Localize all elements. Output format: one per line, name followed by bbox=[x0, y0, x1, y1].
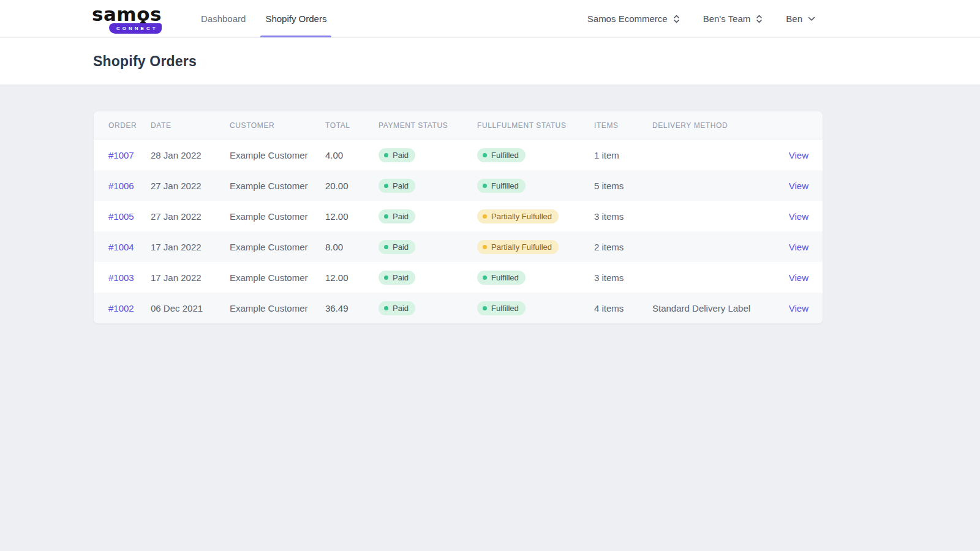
order-date: 27 Jan 2022 bbox=[151, 201, 230, 231]
content-area: ORDER DATE CUSTOMER TOTAL PAYMENT STATUS… bbox=[0, 85, 980, 324]
fulfillment-status-label: Partially Fulfulled bbox=[491, 212, 552, 221]
payment-status-badge: Paid bbox=[379, 209, 415, 223]
nav-tab-dashboard-label: Dashboard bbox=[201, 13, 246, 24]
table-row: #1007 28 Jan 2022 Example Customer 4.00 … bbox=[94, 140, 823, 170]
store-selector-value: Samos Ecommerce bbox=[587, 13, 668, 24]
fulfillment-status-badge: Fulfilled bbox=[477, 271, 526, 285]
navbar-spacer bbox=[336, 0, 587, 37]
nav-tab-shopify-orders-label: Shopify Orders bbox=[265, 13, 326, 24]
payment-status-label: Paid bbox=[393, 181, 409, 190]
fulfillment-status-badge: Partially Fulfulled bbox=[477, 209, 559, 223]
payment-status-badge: Paid bbox=[379, 179, 415, 193]
user-menu-label: Ben bbox=[786, 13, 802, 24]
items-count: 2 items bbox=[594, 231, 652, 262]
order-total: 36.49 bbox=[325, 293, 379, 323]
status-dot-icon bbox=[384, 245, 388, 249]
nav-tab-dashboard[interactable]: Dashboard bbox=[191, 0, 255, 37]
table-header-row: ORDER DATE CUSTOMER TOTAL PAYMENT STATUS… bbox=[94, 111, 823, 140]
table-row: #1003 17 Jan 2022 Example Customer 12.00… bbox=[94, 262, 823, 293]
status-dot-icon bbox=[384, 276, 388, 280]
fulfillment-status-badge: Fulfilled bbox=[477, 148, 526, 162]
order-number-link[interactable]: #1002 bbox=[108, 303, 134, 313]
status-dot-icon bbox=[483, 276, 487, 280]
payment-status-label: Paid bbox=[393, 273, 409, 282]
order-date: 17 Jan 2022 bbox=[151, 262, 230, 293]
status-dot-icon bbox=[483, 153, 487, 157]
table-row: #1004 17 Jan 2022 Example Customer 8.00 … bbox=[94, 231, 823, 262]
table-row: #1002 06 Dec 2021 Example Customer 36.49… bbox=[94, 293, 823, 323]
view-order-link[interactable]: View bbox=[789, 181, 809, 191]
view-order-link[interactable]: View bbox=[789, 150, 809, 160]
status-dot-icon bbox=[483, 245, 487, 249]
column-header-delivery-method: DELIVERY METHOD bbox=[652, 111, 775, 140]
account-controls: Samos Ecommerce Ben's Team Ben bbox=[587, 0, 815, 37]
store-selector[interactable]: Samos Ecommerce bbox=[587, 13, 680, 24]
orders-card: ORDER DATE CUSTOMER TOTAL PAYMENT STATUS… bbox=[93, 111, 823, 324]
column-header-actions bbox=[775, 111, 823, 140]
chevron-updown-icon bbox=[756, 14, 763, 24]
nav-tab-shopify-orders[interactable]: Shopify Orders bbox=[255, 0, 336, 37]
order-number-link[interactable]: #1007 bbox=[108, 150, 134, 160]
order-total: 12.00 bbox=[325, 262, 379, 293]
column-header-total: TOTAL bbox=[325, 111, 379, 140]
status-dot-icon bbox=[483, 214, 487, 219]
payment-status-label: Paid bbox=[393, 242, 409, 252]
order-date: 28 Jan 2022 bbox=[151, 140, 230, 170]
payment-status-label: Paid bbox=[393, 151, 409, 160]
brand-badge: CONNECT bbox=[109, 23, 162, 34]
view-order-link[interactable]: View bbox=[789, 272, 809, 283]
fulfillment-status-label: Fulfilled bbox=[491, 181, 519, 190]
items-count: 4 items bbox=[594, 293, 652, 323]
brand-logo[interactable]: samos CONNECT bbox=[92, 5, 164, 37]
order-number-link[interactable]: #1003 bbox=[108, 272, 134, 283]
status-dot-icon bbox=[384, 184, 388, 188]
main-nav: Dashboard Shopify Orders bbox=[191, 0, 336, 37]
delivery-method bbox=[652, 170, 775, 201]
payment-status-badge: Paid bbox=[379, 301, 415, 315]
payment-status-badge: Paid bbox=[379, 148, 415, 162]
delivery-method bbox=[652, 231, 775, 262]
payment-status-label: Paid bbox=[393, 212, 409, 221]
order-number-link[interactable]: #1006 bbox=[108, 181, 134, 191]
team-selector-value: Ben's Team bbox=[703, 13, 751, 24]
customer-name: Example Customer bbox=[230, 231, 325, 262]
column-header-payment-status: PAYMENT STATUS bbox=[379, 111, 477, 140]
chevron-down-icon bbox=[808, 17, 815, 21]
status-dot-icon bbox=[483, 184, 487, 188]
order-total: 12.00 bbox=[325, 201, 379, 231]
items-count: 5 items bbox=[594, 170, 652, 201]
view-order-link[interactable]: View bbox=[789, 242, 809, 252]
order-date: 06 Dec 2021 bbox=[151, 293, 230, 323]
page-title: Shopify Orders bbox=[93, 53, 197, 70]
top-navbar: samos CONNECT Dashboard Shopify Orders S… bbox=[0, 0, 980, 38]
order-total: 4.00 bbox=[325, 140, 379, 170]
view-order-link[interactable]: View bbox=[789, 303, 809, 313]
customer-name: Example Customer bbox=[230, 262, 325, 293]
view-order-link[interactable]: View bbox=[789, 211, 809, 222]
fulfillment-status-badge: Fulfilled bbox=[477, 301, 526, 315]
fulfillment-status-label: Fulfilled bbox=[491, 273, 519, 282]
user-menu[interactable]: Ben bbox=[786, 13, 815, 24]
order-date: 17 Jan 2022 bbox=[151, 231, 230, 262]
delivery-method bbox=[652, 262, 775, 293]
team-selector[interactable]: Ben's Team bbox=[703, 13, 763, 24]
customer-name: Example Customer bbox=[230, 170, 325, 201]
column-header-items: ITEMS bbox=[594, 111, 652, 140]
order-total: 8.00 bbox=[325, 231, 379, 262]
delivery-method: Standard Delivery Label bbox=[652, 293, 775, 323]
chevron-updown-icon bbox=[673, 14, 680, 24]
table-row: #1005 27 Jan 2022 Example Customer 12.00… bbox=[94, 201, 823, 231]
fulfillment-status-label: Partially Fulfulled bbox=[491, 242, 552, 252]
status-dot-icon bbox=[384, 214, 388, 219]
orders-table: ORDER DATE CUSTOMER TOTAL PAYMENT STATUS… bbox=[94, 111, 823, 323]
order-total: 20.00 bbox=[325, 170, 379, 201]
payment-status-badge: Paid bbox=[379, 240, 415, 254]
order-number-link[interactable]: #1005 bbox=[108, 211, 134, 222]
fulfillment-status-badge: Fulfilled bbox=[477, 179, 526, 193]
items-count: 1 item bbox=[594, 140, 652, 170]
status-dot-icon bbox=[483, 306, 487, 310]
order-number-link[interactable]: #1004 bbox=[108, 242, 134, 252]
customer-name: Example Customer bbox=[230, 293, 325, 323]
order-date: 27 Jan 2022 bbox=[151, 170, 230, 201]
status-dot-icon bbox=[384, 306, 388, 310]
